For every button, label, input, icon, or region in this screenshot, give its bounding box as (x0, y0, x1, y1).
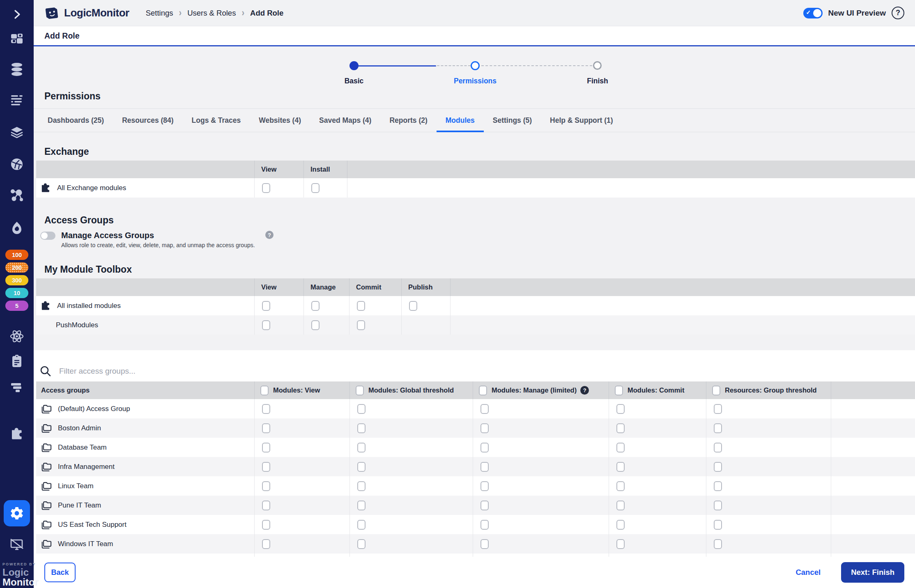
exchange-view-checkbox[interactable] (262, 183, 270, 193)
select-all-global-threshold-checkbox[interactable] (356, 386, 364, 395)
modules-global-threshold-checkbox[interactable] (357, 423, 366, 433)
modules-view-checkbox[interactable] (262, 501, 270, 510)
toolbox-commit-checkbox[interactable] (357, 320, 365, 330)
tab-reports[interactable]: Reports (2) (380, 109, 436, 132)
resources-group-threshold-checkbox[interactable] (714, 539, 722, 549)
alert-badge-notice[interactable]: 5 (5, 301, 28, 311)
modules-manage-limited-checkbox[interactable] (480, 443, 489, 452)
modules-global-threshold-checkbox[interactable] (357, 481, 366, 491)
select-all-modules-commit-checkbox[interactable] (615, 386, 623, 395)
modules-manage-limited-checkbox[interactable] (480, 539, 489, 549)
resources-group-threshold-checkbox[interactable] (714, 501, 722, 510)
modules-manage-limited-checkbox[interactable] (480, 462, 489, 472)
modules-view-checkbox[interactable] (262, 462, 270, 472)
tab-resources[interactable]: Resources (84) (113, 109, 182, 132)
modules-commit-checkbox[interactable] (616, 462, 625, 472)
remote-session-icon[interactable] (0, 538, 34, 552)
new-ui-preview-toggle[interactable]: ✓ (803, 8, 823, 18)
toolbox-view-checkbox[interactable] (262, 301, 270, 311)
resources-icon[interactable] (0, 62, 34, 76)
toolbox-manage-checkbox[interactable] (311, 301, 320, 311)
exchange-col-install: Install (303, 161, 347, 178)
tab-logs-traces[interactable]: Logs & Traces (183, 109, 250, 132)
select-all-modules-view-checkbox[interactable] (260, 386, 269, 395)
websites-icon[interactable] (0, 126, 34, 140)
select-all-manage-limited-checkbox[interactable] (479, 386, 487, 395)
modules-manage-limited-checkbox[interactable] (480, 501, 489, 510)
modules-view-checkbox[interactable] (262, 481, 270, 491)
toolbox-manage-checkbox[interactable] (311, 320, 320, 330)
modules-view-checkbox[interactable] (262, 539, 270, 549)
access-group-name: Linux Team (58, 482, 94, 490)
modules-commit-checkbox[interactable] (616, 404, 625, 414)
modules-commit-checkbox[interactable] (616, 423, 625, 433)
toolbox-publish-checkbox[interactable] (409, 301, 417, 311)
exchange-install-checkbox[interactable] (311, 183, 320, 193)
aiops-icon[interactable] (0, 328, 34, 344)
traces-icon[interactable] (0, 382, 34, 394)
step-dot-finish[interactable] (593, 61, 602, 70)
modules-global-threshold-checkbox[interactable] (357, 520, 366, 530)
resources-group-threshold-checkbox[interactable] (714, 404, 722, 414)
help-icon[interactable]: ? (892, 7, 904, 19)
tab-settings[interactable]: Settings (5) (484, 109, 541, 132)
tab-help-support[interactable]: Help & Support (1) (541, 109, 622, 132)
alert-badge-warning[interactable]: 300 (5, 275, 28, 285)
modules-icon[interactable] (0, 427, 34, 441)
saved-maps-icon[interactable] (0, 157, 34, 172)
modules-global-threshold-checkbox[interactable] (357, 539, 366, 549)
dashboards-icon[interactable] (0, 32, 34, 46)
alert-badge-error[interactable]: 200 (5, 262, 28, 273)
select-all-group-threshold-checkbox[interactable] (712, 386, 720, 395)
modules-commit-checkbox[interactable] (616, 539, 625, 549)
modules-global-threshold-checkbox[interactable] (357, 404, 366, 414)
modules-commit-checkbox[interactable] (616, 520, 625, 530)
powered-by-brand: POWERED BY Logic Monitor (2, 563, 39, 587)
toolbox-view-checkbox[interactable] (262, 320, 270, 330)
manage-access-groups-toggle[interactable] (40, 232, 55, 240)
manage-limited-help-icon[interactable]: ? (580, 386, 589, 395)
alert-badge-info[interactable]: 10 (5, 288, 28, 298)
modules-commit-checkbox[interactable] (616, 443, 625, 452)
modules-view-checkbox[interactable] (262, 443, 270, 452)
modules-global-threshold-checkbox[interactable] (357, 462, 366, 472)
modules-manage-limited-checkbox[interactable] (480, 520, 489, 530)
alert-badge-critical[interactable]: 100 (5, 250, 28, 260)
step-dot-basic[interactable] (349, 61, 359, 70)
reports-icon[interactable] (0, 354, 34, 369)
resources-group-threshold-checkbox[interactable] (714, 481, 722, 491)
resources-group-threshold-checkbox[interactable] (714, 462, 722, 472)
step-dot-permissions[interactable] (471, 61, 480, 70)
filter-access-groups-input[interactable] (58, 366, 305, 376)
resources-group-threshold-checkbox[interactable] (714, 423, 722, 433)
next-finish-button[interactable]: Next: Finish (841, 562, 904, 583)
cancel-button[interactable]: Cancel (793, 567, 823, 577)
sidebar-expand-icon[interactable] (0, 9, 34, 20)
breadcrumb-users-roles[interactable]: Users & Roles (187, 9, 236, 18)
modules-manage-limited-checkbox[interactable] (480, 423, 489, 433)
modules-global-threshold-checkbox[interactable] (357, 501, 366, 510)
settings-icon-active[interactable] (4, 500, 30, 526)
tab-dashboards[interactable]: Dashboards (25) (39, 109, 113, 132)
modules-commit-checkbox[interactable] (616, 501, 625, 510)
resources-group-threshold-checkbox[interactable] (714, 520, 722, 530)
alerts-icon[interactable] (0, 221, 34, 236)
toolbox-commit-checkbox[interactable] (357, 301, 365, 311)
logs-icon[interactable] (0, 94, 34, 108)
breadcrumb-settings[interactable]: Settings (146, 9, 173, 18)
modules-view-checkbox[interactable] (262, 404, 270, 414)
modules-manage-limited-checkbox[interactable] (480, 481, 489, 491)
modules-view-checkbox[interactable] (262, 423, 270, 433)
topology-icon[interactable] (0, 188, 34, 202)
resources-group-threshold-checkbox[interactable] (714, 443, 722, 452)
tab-saved-maps[interactable]: Saved Maps (4) (310, 109, 380, 132)
back-button[interactable]: Back (44, 563, 76, 582)
modules-global-threshold-checkbox[interactable] (357, 443, 366, 452)
tab-websites[interactable]: Websites (4) (250, 109, 310, 132)
toolbox-row: PushModules (36, 315, 915, 335)
modules-commit-checkbox[interactable] (616, 481, 625, 491)
modules-manage-limited-checkbox[interactable] (480, 404, 489, 414)
modules-view-checkbox[interactable] (262, 520, 270, 530)
manage-access-groups-help-icon[interactable]: ? (265, 231, 274, 239)
tab-modules[interactable]: Modules (437, 109, 484, 132)
